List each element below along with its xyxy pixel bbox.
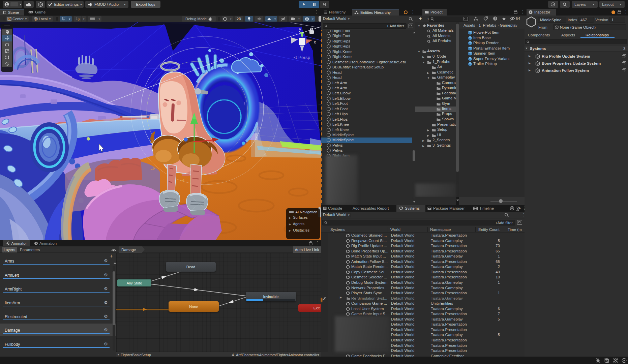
svg-text:⋖ Persp: ⋖ Persp <box>293 55 310 60</box>
svg-text:y: y <box>299 27 301 32</box>
svg-text:x: x <box>314 40 316 44</box>
